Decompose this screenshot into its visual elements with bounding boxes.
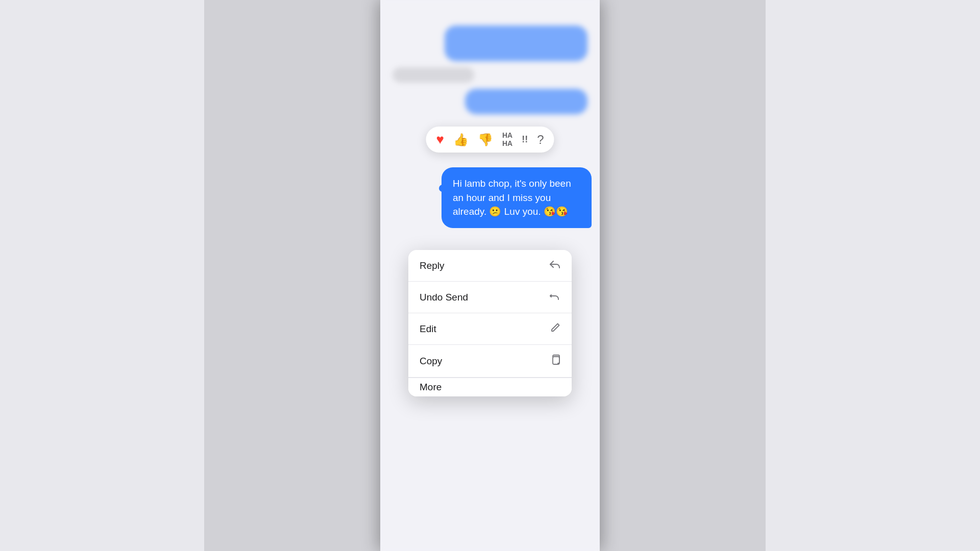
menu-item-copy[interactable]: Copy: [408, 345, 572, 378]
edit-icon: [550, 322, 560, 335]
message-bubble: Hi lamb chop, it's only been an hour and…: [442, 167, 592, 228]
menu-label-reply: Reply: [420, 260, 445, 271]
reaction-thumbup[interactable]: 👍: [453, 133, 469, 147]
scene: ♥ 👍 👎 HAHA !! ? Hi lamb chop, it's only …: [0, 0, 980, 551]
phone-frame: ♥ 👍 👎 HAHA !! ? Hi lamb chop, it's only …: [380, 0, 600, 551]
menu-label-edit: Edit: [420, 323, 436, 335]
message-text: Hi lamb chop, it's only been an hour and…: [453, 178, 571, 217]
reaction-haha[interactable]: HAHA: [502, 132, 512, 147]
menu-item-edit[interactable]: Edit: [408, 313, 572, 345]
context-menu: Reply Undo Send: [408, 250, 572, 396]
undo-send-icon: [549, 291, 560, 304]
menu-label-more: More: [420, 382, 442, 393]
reaction-thumbdown[interactable]: 👎: [478, 133, 493, 147]
reaction-exclaim[interactable]: !!: [522, 134, 528, 145]
menu-label-undo-send: Undo Send: [420, 292, 468, 303]
menu-item-undo-send[interactable]: Undo Send: [408, 282, 572, 313]
reaction-heart[interactable]: ♥: [436, 132, 444, 147]
menu-item-more[interactable]: More: [408, 378, 572, 396]
reaction-question[interactable]: ?: [537, 133, 544, 147]
menu-item-reply[interactable]: Reply: [408, 250, 572, 282]
copy-icon: [550, 354, 560, 368]
reply-icon: [549, 259, 560, 272]
menu-label-copy: Copy: [420, 356, 442, 367]
reaction-bar: ♥ 👍 👎 HAHA !! ?: [426, 127, 554, 153]
